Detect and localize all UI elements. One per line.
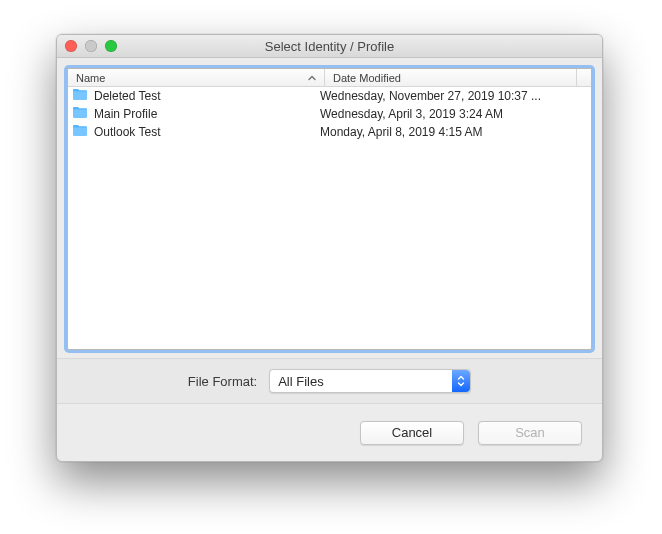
chevron-updown-icon bbox=[452, 370, 470, 392]
list-item[interactable]: Main Profile Wednesday, April 3, 2019 3:… bbox=[68, 105, 591, 123]
column-header-name[interactable]: Name bbox=[68, 69, 325, 86]
item-name: Deleted Test bbox=[94, 89, 161, 103]
scan-button: Scan bbox=[478, 421, 582, 445]
minimize-icon bbox=[85, 40, 97, 52]
column-header-date[interactable]: Date Modified bbox=[325, 69, 577, 86]
file-list[interactable]: Name Date Modified Deleted Test bbox=[67, 68, 592, 350]
list-item[interactable]: Outlook Test Monday, April 8, 2019 4:15 … bbox=[68, 123, 591, 141]
item-name: Main Profile bbox=[94, 107, 157, 121]
folder-icon bbox=[72, 124, 88, 140]
file-format-value: All Files bbox=[270, 374, 452, 389]
item-name: Outlook Test bbox=[94, 125, 160, 139]
close-icon[interactable] bbox=[65, 40, 77, 52]
file-format-select[interactable]: All Files bbox=[269, 369, 471, 393]
button-label: Cancel bbox=[392, 425, 432, 440]
chevron-up-icon bbox=[308, 74, 316, 82]
zoom-icon[interactable] bbox=[105, 40, 117, 52]
file-format-label: File Format: bbox=[188, 374, 257, 389]
column-headers: Name Date Modified bbox=[68, 69, 591, 87]
item-date: Wednesday, November 27, 2019 10:37 ... bbox=[312, 89, 591, 103]
item-date: Monday, April 8, 2019 4:15 AM bbox=[312, 125, 591, 139]
column-header-label: Name bbox=[76, 72, 105, 84]
window-title: Select Identity / Profile bbox=[265, 39, 394, 54]
column-header-label: Date Modified bbox=[333, 72, 401, 84]
column-header-spacer bbox=[577, 69, 591, 86]
button-label: Scan bbox=[515, 425, 545, 440]
window-controls bbox=[65, 35, 117, 57]
button-row: Cancel Scan bbox=[57, 404, 602, 461]
titlebar[interactable]: Select Identity / Profile bbox=[57, 35, 602, 58]
dialog-window: Select Identity / Profile Name Date Modi… bbox=[56, 34, 603, 462]
list-item[interactable]: Deleted Test Wednesday, November 27, 201… bbox=[68, 87, 591, 105]
format-bar: File Format: All Files bbox=[57, 358, 602, 404]
folder-icon bbox=[72, 88, 88, 104]
file-rows: Deleted Test Wednesday, November 27, 201… bbox=[68, 87, 591, 349]
item-date: Wednesday, April 3, 2019 3:24 AM bbox=[312, 107, 591, 121]
folder-icon bbox=[72, 106, 88, 122]
cancel-button[interactable]: Cancel bbox=[360, 421, 464, 445]
